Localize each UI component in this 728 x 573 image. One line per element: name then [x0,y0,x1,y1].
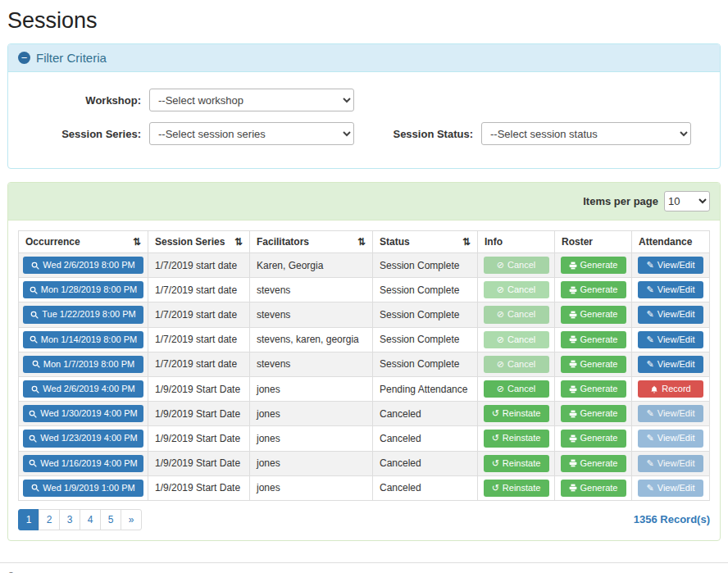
facilitators-cell: Karen, Georgia [250,253,373,278]
sort-icon[interactable]: ⇅ [357,236,366,248]
column-header-session-series[interactable]: Session Series⇅ [148,231,250,253]
roster-generate-button[interactable]: Generate [561,405,626,422]
attendance-cell: ✎View/Edit [632,426,710,451]
pagination-next-button[interactable]: » [121,509,142,530]
attendance-view-edit-button[interactable]: ✎View/Edit [638,281,703,298]
sessions-panel: Items per page 10 Occurrence⇅Session Ser… [7,182,721,541]
table-row: Mon 1/7/2019 8:00 PM1/7/2019 start dates… [19,352,710,376]
info-cell: ⊘Cancel [478,278,555,302]
column-header-info: Info [478,231,555,253]
roster-generate-button[interactable]: Generate [561,430,626,447]
pagination-page-3[interactable]: 3 [59,509,80,530]
reinstate-icon: ↺ [492,434,499,443]
attendance-cell: ✎View/Edit [632,352,710,376]
table-row: Tue 1/22/2019 8:00 PM1/7/2019 start date… [19,302,710,327]
pagination-page-2[interactable]: 2 [39,509,60,530]
column-header-occurrence[interactable]: Occurrence⇅ [19,231,148,253]
pencil-icon: ✎ [647,409,654,418]
roster-generate-button[interactable]: Generate [561,380,626,398]
occurrence-button[interactable]: Tue 1/22/2019 8:00 PM [23,306,143,323]
pagination-page-1[interactable]: 1 [18,509,39,530]
roster-generate-button[interactable]: Generate [561,281,626,298]
attendance-view-edit-button[interactable]: ✎View/Edit [638,257,703,274]
attendance-view-edit-button[interactable]: ✎View/Edit [638,455,703,472]
printer-icon [569,311,577,319]
table-row: Wed 2/6/2019 8:00 PM1/7/2019 start dateK… [19,253,710,278]
column-header-status[interactable]: Status⇅ [373,231,478,253]
occurrence-button[interactable]: Mon 1/14/2019 8:00 PM [23,331,143,348]
filter-panel-body: Workshop: --Select workshop Session Seri… [8,72,720,168]
pagination-page-4[interactable]: 4 [80,509,101,530]
pencil-icon: ✎ [647,484,654,493]
status-cell: Canceled [373,402,478,426]
info-reinstate-button[interactable]: ↺Reinstate [484,430,549,447]
workshop-select[interactable]: --Select workshop [149,89,354,111]
attendance-view-edit-button[interactable]: ✎View/Edit [638,331,703,348]
roster-generate-button[interactable]: Generate [561,480,626,497]
occurrence-cell: Wed 1/9/2019 1:00 PM [19,475,148,500]
occurrence-button[interactable]: Wed 1/23/2019 4:00 PM [23,430,143,447]
occurrence-button[interactable]: Wed 2/6/2019 4:00 PM [23,380,143,398]
pagination-page-5[interactable]: 5 [100,509,121,530]
occurrence-cell: Mon 1/7/2019 8:00 PM [19,352,148,376]
printer-icon [569,360,577,368]
column-header-facilitators[interactable]: Facilitators⇅ [250,231,373,253]
sessions-table: Occurrence⇅Session Series⇅Facilitators⇅S… [18,230,710,501]
roster-generate-button[interactable]: Generate [561,356,626,373]
occurrence-cell: Wed 2/6/2019 8:00 PM [19,253,148,278]
info-cancel-button[interactable]: ⊘Cancel [484,281,549,298]
roster-generate-button[interactable]: Generate [561,257,626,274]
sort-icon[interactable]: ⇅ [234,236,243,248]
sort-icon[interactable]: ⇅ [133,236,141,248]
info-reinstate-button[interactable]: ↺Reinstate [484,405,549,422]
roster-generate-button[interactable]: Generate [561,306,626,323]
info-cell: ↺Reinstate [478,451,555,475]
attendance-record-button[interactable]: Record [638,380,703,398]
items-per-page-select[interactable]: 10 [664,191,710,211]
info-cell: ↺Reinstate [478,402,555,426]
info-cancel-button[interactable]: ⊘Cancel [484,356,549,373]
table-row: Wed 1/9/2019 1:00 PM1/9/2019 Start Datej… [19,475,710,500]
attendance-view-edit-button[interactable]: ✎View/Edit [638,480,703,497]
occurrence-button[interactable]: Mon 1/7/2019 8:00 PM [23,356,143,373]
info-cancel-button[interactable]: ⊘Cancel [484,331,549,348]
occurrence-button[interactable]: Wed 1/16/2019 4:00 PM [23,455,143,472]
roster-cell: Generate [555,302,632,327]
roster-generate-button[interactable]: Generate [561,455,626,472]
attendance-cell: ✎View/Edit [632,302,710,327]
filter-panel-header[interactable]: − Filter Criteria [8,44,720,72]
cancel-icon: ⊘ [497,310,504,319]
attendance-view-edit-button[interactable]: ✎View/Edit [638,306,703,323]
info-cancel-button[interactable]: ⊘Cancel [484,380,549,398]
occurrence-button[interactable]: Wed 2/6/2019 8:00 PM [23,257,143,274]
reinstate-icon: ↺ [492,459,499,468]
reinstate-icon: ↺ [492,484,499,493]
info-reinstate-button[interactable]: ↺Reinstate [484,455,549,472]
facilitators-cell: stevens [250,302,373,327]
page-title: Sessions [7,8,721,34]
collapse-minus-icon[interactable]: − [18,52,30,64]
info-reinstate-button[interactable]: ↺Reinstate [484,480,549,497]
session-series-select[interactable]: --Select session series [149,122,354,145]
sort-icon[interactable]: ⇅ [462,236,471,248]
search-icon [30,335,38,343]
printer-icon [569,385,577,393]
roster-generate-button[interactable]: Generate [561,331,626,348]
facilitators-cell: jones [250,451,373,475]
attendance-cell: ✎View/Edit [632,278,710,302]
column-header-label: Facilitators [257,236,309,248]
occurrence-button[interactable]: Wed 1/9/2019 1:00 PM [23,480,143,497]
occurrence-cell: Wed 1/16/2019 4:00 PM [19,451,148,475]
info-cancel-button[interactable]: ⊘Cancel [484,306,549,323]
session-status-select[interactable]: --Select session status [481,122,691,145]
occurrence-button[interactable]: Mon 1/28/2019 8:00 PM [23,281,143,298]
status-cell: Canceled [373,475,478,500]
info-cell: ⊘Cancel [478,327,555,352]
attendance-view-edit-button[interactable]: ✎View/Edit [638,356,703,373]
session-status-field-row: Session Status: --Select session status [379,122,710,145]
info-cancel-button[interactable]: ⊘Cancel [484,257,549,274]
attendance-view-edit-button[interactable]: ✎View/Edit [638,430,703,447]
attendance-view-edit-button[interactable]: ✎View/Edit [638,405,703,422]
attendance-cell: ✎View/Edit [632,327,710,352]
occurrence-button[interactable]: Wed 1/30/2019 4:00 PM [23,405,143,422]
